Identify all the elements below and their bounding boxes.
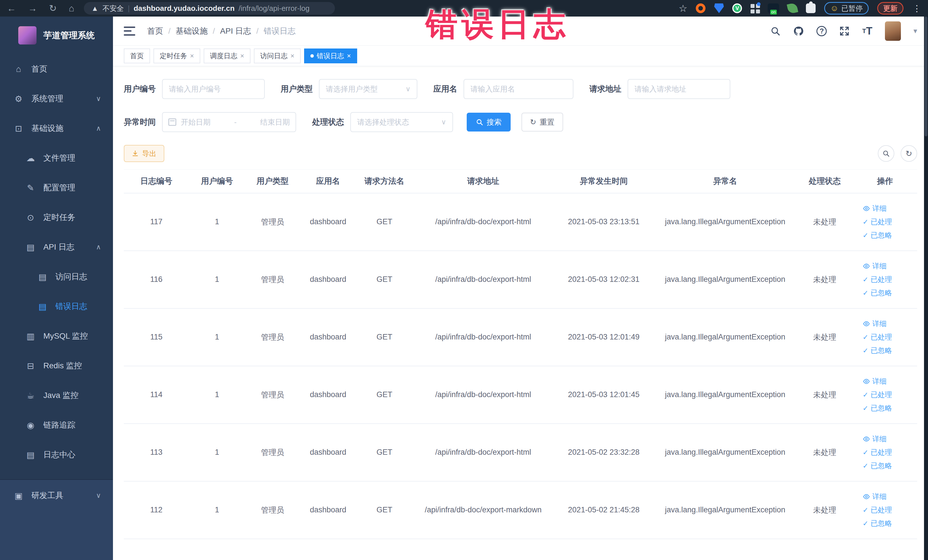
cell-actions: 详细 ✓ 已处理 ✓ 已忽略 (853, 193, 917, 251)
extension-on-icon[interactable]: on (768, 3, 779, 13)
extensions-puzzle-icon[interactable] (806, 3, 816, 13)
page-scrollbar[interactable] (924, 17, 928, 560)
close-icon[interactable]: × (347, 52, 351, 60)
mark-ignored-link[interactable]: ✓ 已忽略 (863, 461, 892, 470)
mark-ignored-link[interactable]: ✓ 已忽略 (863, 230, 892, 240)
mark-ignored-link[interactable]: ✓ 已忽略 (863, 288, 892, 298)
extension-orange-icon[interactable] (696, 3, 705, 13)
mark-processed-link[interactable]: ✓ 已处理 (863, 390, 892, 400)
sidebar-item-label: API 日志 (43, 242, 75, 252)
request-url-input[interactable] (627, 79, 730, 99)
sidebar-item-devtools[interactable]: ▣ 研发工具 ∨ (0, 480, 113, 511)
close-icon[interactable]: × (290, 52, 295, 60)
app-name-input[interactable] (464, 79, 573, 99)
search-button[interactable]: 搜索 (467, 113, 511, 131)
start-date-placeholder[interactable]: 开始日期 (181, 117, 211, 127)
extension-shield-icon[interactable] (714, 3, 724, 13)
mark-processed-link[interactable]: ✓ 已处理 (863, 217, 892, 226)
search-icon[interactable] (770, 26, 780, 36)
font-size-icon[interactable]: TT (862, 26, 872, 36)
end-date-placeholder[interactable]: 结束日期 (260, 117, 290, 127)
home-icon[interactable]: ⌂ (69, 4, 74, 13)
breadcrumb-item-current: 错误日志 (264, 26, 296, 37)
github-icon[interactable] (793, 26, 804, 37)
detail-link[interactable]: 详细 (863, 492, 887, 501)
detail-link[interactable]: 详细 (863, 377, 887, 386)
user-type-select[interactable]: 请选择用户类型 ∨ (319, 79, 417, 99)
sidebar-item-trace[interactable]: ◉ 链路追踪 (0, 410, 113, 440)
export-button[interactable]: 导出 (124, 145, 164, 162)
back-icon[interactable]: ← (7, 4, 16, 13)
mark-ignored-link[interactable]: ✓ 已忽略 (863, 519, 892, 528)
check-icon: ✓ (863, 519, 868, 528)
tag-tab-error-log[interactable]: 错误日志 × (304, 49, 357, 63)
sidebar-item-error-log[interactable]: ▤ 错误日志 (0, 291, 113, 321)
process-status-select[interactable]: 请选择处理状态 ∨ (350, 112, 453, 132)
mark-processed-link[interactable]: ✓ 已处理 (863, 448, 892, 457)
sidebar-item-log-center[interactable]: ▤ 日志中心 (0, 440, 113, 470)
app-logo[interactable]: 芋道管理系统 (0, 17, 113, 54)
sidebar-menu: ⌂ 首页 ⚙ 系统管理 ∨ ⊡ 基础设施 ∧ ☁ 文件管理 ✎ 配置管理 ⊙ 定… (0, 54, 113, 470)
sidebar-item-system[interactable]: ⚙ 系统管理 ∨ (0, 84, 113, 113)
update-button[interactable]: 更新 (877, 2, 904, 15)
sidebar-item-infra[interactable]: ⊡ 基础设施 ∧ (0, 113, 113, 143)
sidebar-item-access-log[interactable]: ▤ 访问日志 (0, 262, 113, 291)
extension-grid-icon[interactable] (751, 4, 754, 8)
breadcrumb-item[interactable]: 基础设施 (176, 26, 208, 37)
sidebar-item-config[interactable]: ✎ 配置管理 (0, 173, 113, 203)
tag-tab-job-log[interactable]: 调度日志 × (204, 49, 250, 63)
extension-vue-icon[interactable]: V (732, 3, 742, 13)
sidebar-item-mysql[interactable]: ▥ MySQL 监控 (0, 321, 113, 351)
breadcrumb-item[interactable]: 首页 (147, 26, 163, 37)
check-icon: ✓ (863, 404, 868, 412)
tag-tab-job[interactable]: 定时任务 × (154, 49, 200, 63)
mark-processed-link[interactable]: ✓ 已处理 (863, 505, 892, 515)
tag-label: 访问日志 (260, 51, 288, 61)
tag-tab-access-log[interactable]: 访问日志 × (254, 49, 301, 63)
toggle-search-button[interactable] (878, 145, 894, 162)
emoji-face-icon: ☺ (830, 4, 838, 13)
mark-ignored-link[interactable]: ✓ 已忽略 (863, 346, 892, 355)
cell-user-id: 1 (189, 193, 245, 251)
sidebar-item-api-log[interactable]: ▤ API 日志 ∧ (0, 232, 113, 262)
sidebar-collapse-icon[interactable] (124, 26, 135, 36)
cell-user-id: 1 (189, 308, 245, 366)
browser-menu-icon[interactable]: ⋮ (913, 3, 921, 14)
address-bar[interactable]: ▲ 不安全 | dashboard.yudao.iocoder.cn/infra… (84, 2, 335, 15)
detail-link[interactable]: 详细 (863, 204, 887, 213)
sidebar-item-file[interactable]: ☁ 文件管理 (0, 143, 113, 173)
refresh-table-button[interactable]: ↻ (901, 145, 917, 162)
tag-tab-home[interactable]: 首页 (124, 49, 150, 63)
sidebar-item-home[interactable]: ⌂ 首页 (0, 54, 113, 84)
scrollbar-thumb[interactable] (925, 17, 927, 136)
update-label: 更新 (883, 4, 897, 13)
detail-link[interactable]: 详细 (863, 261, 887, 271)
chevron-down-icon[interactable]: ▾ (913, 26, 917, 35)
reset-button[interactable]: ↻ 重置 (522, 113, 563, 131)
sidebar-item-redis[interactable]: ⊟ Redis 监控 (0, 351, 113, 381)
detail-link[interactable]: 详细 (863, 434, 887, 444)
cell-time: 2021-05-03 12:01:45 (554, 366, 653, 424)
extension-sprout-icon[interactable] (787, 3, 798, 14)
help-icon[interactable]: ? (817, 26, 827, 36)
sidebar-item-java[interactable]: ☕ Java 监控 (0, 381, 113, 410)
detail-link[interactable]: 详细 (863, 319, 887, 328)
close-icon[interactable]: × (190, 52, 194, 60)
sidebar-item-job[interactable]: ⊙ 定时任务 (0, 203, 113, 232)
mark-processed-link[interactable]: ✓ 已处理 (863, 275, 892, 284)
paused-profile-badge[interactable]: ☺ 已暂停 (824, 2, 868, 15)
cell-user-type: 管理员 (245, 424, 300, 481)
mark-processed-link[interactable]: ✓ 已处理 (863, 333, 892, 342)
col-exception: 异常名 (654, 170, 797, 193)
mark-ignored-link[interactable]: ✓ 已忽略 (863, 403, 892, 413)
bookmark-star-icon[interactable]: ☆ (679, 3, 687, 14)
close-icon[interactable]: × (240, 52, 244, 60)
avatar[interactable] (885, 21, 901, 41)
cell-request-url: /api/infra/db-doc/export-html (412, 251, 554, 308)
exception-time-range-picker[interactable]: 开始日期 - 结束日期 (162, 112, 296, 132)
refresh-icon[interactable]: ↻ (49, 4, 57, 13)
forward-icon[interactable]: → (28, 4, 37, 13)
user-id-input[interactable] (162, 79, 265, 99)
fullscreen-icon[interactable] (839, 26, 850, 36)
breadcrumb-item[interactable]: API 日志 (220, 26, 251, 37)
